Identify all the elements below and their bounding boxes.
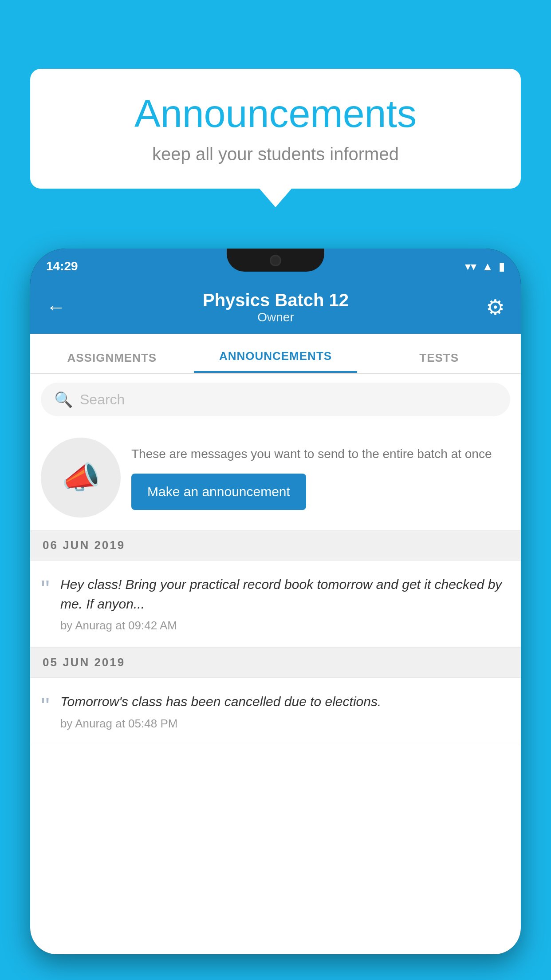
announcement-content-2: Tomorrow's class has been cancelled due …	[60, 692, 510, 731]
announcement-item-1: " Hey class! Bring your practical record…	[30, 561, 521, 647]
announcement-item-2: " Tomorrow's class has been cancelled du…	[30, 678, 521, 745]
phone-frame: 14:29 ▾▾ ▲ ▮ ← Physics Batch 12 Owner ⚙ …	[30, 249, 521, 954]
announcement-meta-1: by Anurag at 09:42 AM	[60, 619, 510, 632]
quote-icon-2: "	[41, 694, 50, 719]
make-announcement-button[interactable]: Make an announcement	[131, 474, 306, 510]
bubble-title: Announcements	[57, 91, 494, 136]
battery-icon: ▮	[499, 260, 505, 273]
megaphone-icon: 📣	[62, 459, 100, 496]
phone-notch	[227, 249, 324, 272]
back-button[interactable]: ←	[46, 296, 66, 318]
announcement-content-1: Hey class! Bring your practical record b…	[60, 575, 510, 632]
promo-right: These are messages you want to send to t…	[131, 445, 510, 510]
announcement-meta-2: by Anurag at 05:48 PM	[60, 717, 510, 731]
announcement-text-1: Hey class! Bring your practical record b…	[60, 575, 510, 613]
date-divider-2: 05 JUN 2019	[30, 647, 521, 678]
tab-announcements[interactable]: ANNOUNCEMENTS	[194, 349, 358, 373]
promo-icon-circle: 📣	[41, 438, 121, 518]
speech-bubble: Announcements keep all your students inf…	[30, 69, 521, 189]
promo-description: These are messages you want to send to t…	[131, 445, 510, 462]
header-subtitle: Owner	[203, 310, 349, 324]
tab-assignments[interactable]: ASSIGNMENTS	[30, 351, 194, 373]
bubble-subtitle: keep all your students informed	[57, 144, 494, 164]
search-bar[interactable]: 🔍 Search	[41, 383, 510, 416]
settings-button[interactable]: ⚙	[486, 295, 505, 320]
header-title: Physics Batch 12	[203, 290, 349, 310]
date-divider-1: 06 JUN 2019	[30, 530, 521, 561]
promo-card: 📣 These are messages you want to send to…	[30, 425, 521, 530]
quote-icon-1: "	[41, 577, 50, 601]
front-camera	[270, 255, 281, 266]
app-header: ← Physics Batch 12 Owner ⚙	[30, 281, 521, 334]
search-icon: 🔍	[54, 391, 73, 408]
speech-bubble-section: Announcements keep all your students inf…	[30, 69, 521, 189]
status-icons: ▾▾ ▲ ▮	[465, 260, 505, 273]
tabs-bar: ASSIGNMENTS ANNOUNCEMENTS TESTS	[30, 334, 521, 374]
status-time: 14:29	[46, 259, 78, 273]
signal-icon: ▲	[482, 260, 493, 273]
content-area: 🔍 Search 📣 These are messages you want t…	[30, 374, 521, 954]
announcement-text-2: Tomorrow's class has been cancelled due …	[60, 692, 510, 711]
search-placeholder: Search	[80, 391, 125, 408]
phone-container: 14:29 ▾▾ ▲ ▮ ← Physics Batch 12 Owner ⚙ …	[30, 249, 521, 980]
wifi-icon: ▾▾	[465, 260, 476, 273]
tab-tests[interactable]: TESTS	[357, 351, 521, 373]
header-center: Physics Batch 12 Owner	[203, 290, 349, 324]
